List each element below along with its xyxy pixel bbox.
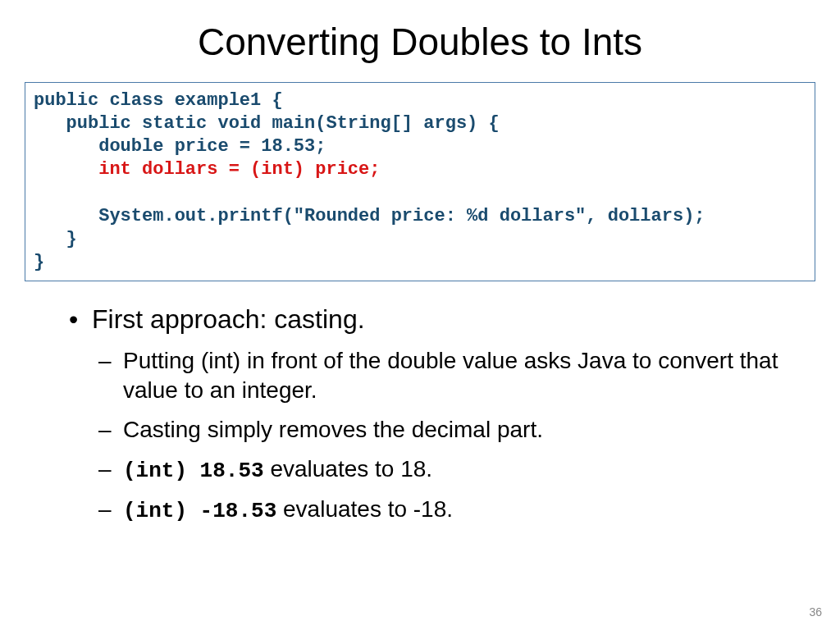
code-line-6: System.out.printf("Rounded price: %d dol… — [34, 206, 705, 226]
code-line-8: } — [34, 252, 44, 272]
bullet-text: evaluates to -18. — [276, 496, 453, 522]
bullet-level-1: First approach: casting. — [69, 304, 817, 335]
code-line-3: double price = 18.53; — [34, 136, 326, 157]
bullet-list: First approach: casting. Putting (int) i… — [23, 304, 817, 525]
bullet-text: evaluates to 18. — [264, 456, 432, 482]
inline-code: (int) -18.53 — [123, 499, 276, 523]
code-line-1: public class example1 { — [34, 90, 283, 111]
code-block: public class example1 { public static vo… — [25, 82, 815, 281]
bullet-level-2: Casting simply removes the decimal part. — [98, 415, 817, 445]
slide-title: Converting Doubles to Ints — [23, 20, 817, 64]
code-line-7: } — [34, 229, 77, 249]
inline-code: (int) 18.53 — [123, 459, 264, 483]
slide: Converting Doubles to Ints public class … — [0, 0, 840, 630]
bullet-level-2: Putting (int) in front of the double val… — [98, 346, 817, 405]
code-line-4-highlight: int dollars = (int) price; — [34, 159, 380, 180]
bullet-level-2: (int) 18.53 evaluates to 18. — [98, 454, 817, 485]
page-number: 36 — [809, 605, 822, 619]
bullet-level-2: (int) -18.53 evaluates to -18. — [98, 495, 817, 525]
code-line-2: public static void main(String[] args) { — [34, 113, 500, 134]
